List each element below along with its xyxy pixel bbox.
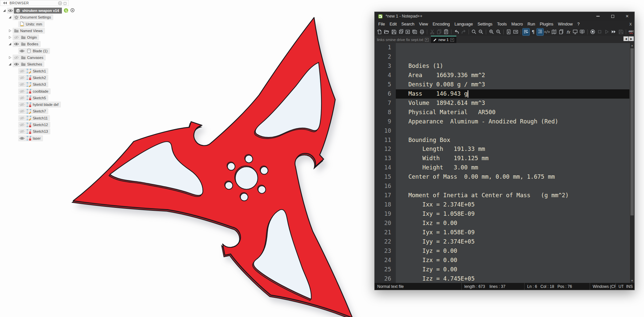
expanded-arrow-icon[interactable] — [8, 42, 12, 46]
save-status-badge[interactable]: S — [64, 8, 69, 14]
visibility-toggle-on-icon[interactable] — [19, 136, 25, 141]
cut-icon[interactable] — [429, 28, 436, 35]
visibility-toggle-off-icon[interactable] — [19, 89, 25, 94]
tree-row-canvases[interactable]: Canvases — [0, 55, 89, 61]
visibility-toggle-off-icon[interactable] — [19, 129, 25, 134]
tab-scroll-left-icon[interactable]: ◀ — [623, 36, 628, 41]
visibility-toggle-off-icon[interactable] — [19, 68, 25, 74]
redo-icon[interactable] — [460, 28, 467, 35]
tab-close-icon[interactable]: × — [450, 38, 454, 42]
panel-options-icon[interactable] — [58, 1, 62, 6]
panel-dock-icon[interactable] — [64, 2, 67, 6]
tree-row-sketch3[interactable]: Sketch3 — [0, 81, 89, 87]
visibility-toggle[interactable] — [7, 8, 14, 14]
tree-row-sketches[interactable]: Sketches — [0, 61, 89, 67]
tree-row-origin[interactable]: Origin — [0, 34, 89, 40]
close-icon[interactable] — [404, 28, 411, 35]
tree-row-blade-1[interactable]: Blade (1) — [0, 48, 89, 54]
expanded-arrow-icon[interactable] — [2, 9, 6, 12]
visibility-toggle-off-icon[interactable] — [14, 55, 19, 60]
tree-row-laser[interactable]: laser — [0, 135, 89, 141]
menu-search[interactable]: Search — [399, 21, 417, 27]
tree-row-sketch1[interactable]: Sketch1 — [0, 68, 89, 74]
notepad-title-bar[interactable]: *new 1 - Notepad++ ✕ — [375, 12, 634, 21]
expanded-arrow-icon[interactable] — [8, 63, 12, 66]
collapsed-arrow-icon[interactable] — [8, 29, 12, 32]
find-icon[interactable] — [471, 28, 477, 35]
tab-new-1[interactable]: new 1× — [431, 36, 456, 43]
visibility-toggle-off-icon[interactable] — [19, 122, 25, 127]
text-editor[interactable]: Bodies (1)Area 16639.336 mm^2Density 0.0… — [396, 43, 629, 283]
visibility-toggle-off-icon[interactable] — [19, 102, 25, 107]
macro-play-icon[interactable] — [603, 28, 610, 35]
sync-vertical-icon[interactable] — [505, 28, 512, 35]
word-wrap-icon[interactable] — [523, 28, 529, 35]
tree-row-sketch2[interactable]: Sketch2 — [0, 75, 89, 81]
tree-row-sketch7[interactable]: Sketch7 — [0, 108, 89, 114]
save-all-icon[interactable] — [397, 28, 404, 35]
scroll-up-icon[interactable]: ▲ — [630, 43, 634, 48]
tree-row-hybrid-blade-dxf[interactable]: hybrid blade dxf — [0, 102, 89, 108]
indent-guide-icon[interactable] — [537, 28, 543, 35]
function-completion-icon[interactable]: fx — [565, 28, 572, 35]
expanded-arrow-icon[interactable] — [8, 16, 12, 19]
tree-row-sketch5[interactable]: Sketch5 — [0, 95, 89, 101]
menu-encoding[interactable]: Encoding — [430, 21, 452, 27]
menu-plugins[interactable]: Plugins — [537, 21, 556, 27]
editor-area[interactable]: 1234567891011121314151617181920212223242… — [375, 43, 634, 283]
menubar-close-icon[interactable]: X — [629, 22, 632, 26]
tree-row-document-settings[interactable]: Document Settings — [0, 14, 89, 20]
menu-macro[interactable]: Macro — [509, 21, 525, 27]
menu-run[interactable]: Run — [525, 21, 537, 27]
visibility-toggle-on-icon[interactable] — [14, 62, 19, 67]
tree-row-bodies[interactable]: Bodies — [0, 41, 89, 47]
menu-window[interactable]: Window — [556, 21, 575, 27]
open-file-icon[interactable] — [383, 28, 390, 35]
visibility-toggle-off-icon[interactable] — [19, 82, 25, 87]
menu-settings[interactable]: Settings — [475, 21, 495, 27]
macro-run-multiple-icon[interactable] — [610, 28, 617, 35]
tab-scroll-right-icon[interactable]: ▶ — [629, 36, 634, 41]
menu-file[interactable]: File — [376, 21, 387, 27]
save-icon[interactable] — [391, 28, 397, 35]
tree-row-shiruken-weapon-v14[interactable]: shiruken weapon v14S — [0, 8, 89, 14]
macro-save-icon[interactable] — [618, 28, 624, 35]
tree-row-sketch12[interactable]: Sketch12 — [0, 122, 89, 128]
menu-view[interactable]: View — [417, 21, 430, 27]
zoom-in-icon[interactable] — [488, 28, 494, 35]
minimize-button[interactable] — [591, 12, 605, 21]
macro-record-icon[interactable] — [589, 28, 596, 35]
close-button[interactable]: ✕ — [620, 12, 634, 21]
macro-stop-icon[interactable] — [596, 28, 603, 35]
collapsed-arrow-icon[interactable] — [8, 36, 12, 39]
doc-monitor-icon[interactable] — [579, 28, 585, 35]
undo-icon[interactable] — [453, 28, 460, 35]
vertical-scrollbar[interactable]: ▲ ▼ — [629, 43, 634, 283]
spell-check-icon[interactable]: ABC — [628, 28, 634, 35]
scrollbar-thumb[interactable] — [630, 48, 634, 215]
print-icon[interactable] — [419, 28, 425, 35]
paste-icon[interactable] — [443, 28, 449, 35]
visibility-toggle-off-icon[interactable] — [19, 75, 25, 80]
menu-help[interactable]: ? — [575, 21, 582, 27]
tab-close-icon[interactable]: × — [425, 38, 429, 42]
tree-row-named-views[interactable]: Named Views — [0, 28, 89, 34]
visibility-toggle-off-icon[interactable] — [19, 95, 25, 101]
activate-component-icon[interactable] — [70, 8, 75, 13]
scroll-down-icon[interactable]: ▼ — [630, 278, 634, 283]
close-all-icon[interactable] — [411, 28, 418, 35]
menu-tools[interactable]: Tools — [495, 21, 509, 27]
document-list-icon[interactable] — [558, 28, 565, 35]
visibility-toggle-off-icon[interactable] — [14, 35, 19, 40]
sync-horizontal-icon[interactable] — [512, 28, 519, 35]
visibility-toggle-off-icon[interactable] — [19, 109, 25, 114]
zoom-out-icon[interactable] — [495, 28, 502, 35]
document-map-icon[interactable] — [551, 28, 557, 35]
tree-row-sketch11[interactable]: Sketch11 — [0, 115, 89, 121]
collapsed-arrow-icon[interactable] — [8, 56, 12, 59]
visibility-toggle-on-icon[interactable] — [19, 48, 25, 54]
new-file-icon[interactable] — [376, 28, 383, 35]
monitoring-icon[interactable] — [572, 28, 578, 35]
visibility-toggle-off-icon[interactable] — [19, 115, 25, 121]
visibility-toggle-on-icon[interactable] — [14, 41, 19, 47]
